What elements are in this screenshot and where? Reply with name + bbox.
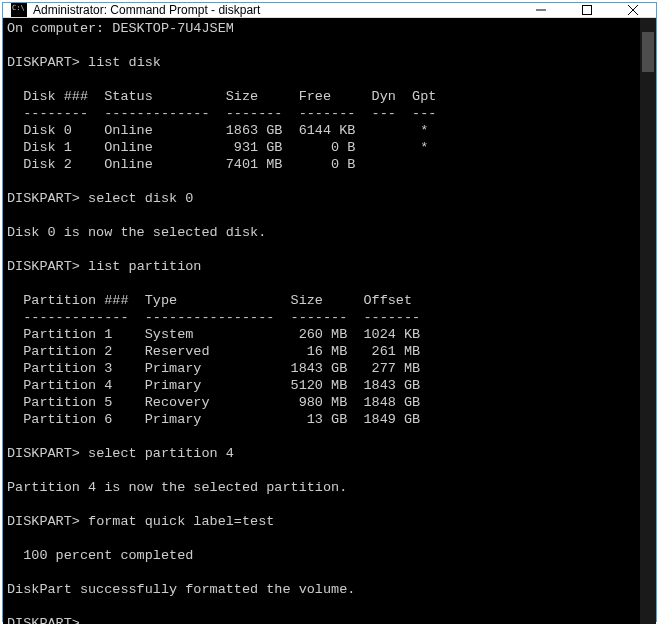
partition-row: Partition 5 Recovery 980 MB 1848 GB (7, 395, 420, 410)
computer-line: On computer: DESKTOP-7U4JSEM (7, 21, 234, 36)
msg-partition-selected: Partition 4 is now the selected partitio… (7, 480, 347, 495)
cmd-icon (11, 3, 27, 17)
terminal-output[interactable]: On computer: DESKTOP-7U4JSEM DISKPART> l… (3, 18, 640, 624)
cmd-select-disk: select disk 0 (88, 191, 193, 206)
partition-row: Partition 2 Reserved 16 MB 261 MB (7, 344, 420, 359)
disk-header: Disk ### Status Size Free Dyn Gpt (7, 89, 436, 104)
close-button[interactable] (610, 3, 656, 17)
partition-row: Partition 3 Primary 1843 GB 277 MB (7, 361, 420, 376)
disk-row: Disk 1 Online 931 GB 0 B * (7, 140, 428, 155)
disk-divider: -------- ------------- ------- ------- -… (7, 106, 436, 121)
prompt: DISKPART> (7, 446, 80, 461)
titlebar[interactable]: Administrator: Command Prompt - diskpart (3, 3, 656, 18)
partition-row: Partition 4 Primary 5120 MB 1843 GB (7, 378, 420, 393)
prompt: DISKPART> (7, 514, 80, 529)
partition-row: Partition 6 Primary 13 GB 1849 GB (7, 412, 420, 427)
partition-header: Partition ### Type Size Offset (7, 293, 412, 308)
svg-rect-1 (583, 6, 592, 15)
terminal-area: On computer: DESKTOP-7U4JSEM DISKPART> l… (3, 18, 656, 624)
partition-divider: ------------- ---------------- ------- -… (7, 310, 420, 325)
window-controls (518, 3, 656, 17)
cmd-select-partition: select partition 4 (88, 446, 234, 461)
prompt: DISKPART> (7, 191, 80, 206)
msg-progress: 100 percent completed (7, 548, 193, 563)
cmd-list-disk: list disk (88, 55, 161, 70)
vertical-scrollbar[interactable] (640, 18, 656, 624)
cmd-list-partition: list partition (88, 259, 201, 274)
disk-row: Disk 0 Online 1863 GB 6144 KB * (7, 123, 428, 138)
msg-success: DiskPart successfully formatted the volu… (7, 582, 355, 597)
command-prompt-window: Administrator: Command Prompt - diskpart… (2, 2, 657, 622)
prompt: DISKPART> (7, 55, 80, 70)
scrollbar-thumb[interactable] (642, 32, 654, 72)
msg-disk-selected: Disk 0 is now the selected disk. (7, 225, 266, 240)
maximize-button[interactable] (564, 3, 610, 17)
prompt: DISKPART> (7, 259, 80, 274)
scroll-up-icon[interactable] (640, 18, 656, 32)
scroll-down-icon[interactable] (640, 620, 656, 624)
cmd-format: format quick label=test (88, 514, 274, 529)
window-title: Administrator: Command Prompt - diskpart (33, 3, 518, 17)
minimize-button[interactable] (518, 3, 564, 17)
partition-row: Partition 1 System 260 MB 1024 KB (7, 327, 420, 342)
disk-row: Disk 2 Online 7401 MB 0 B (7, 157, 355, 172)
prompt: DISKPART> (7, 616, 80, 624)
